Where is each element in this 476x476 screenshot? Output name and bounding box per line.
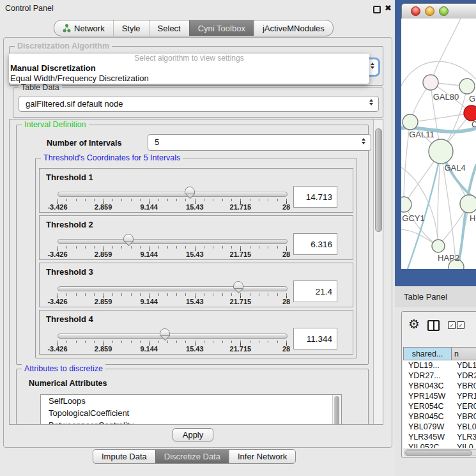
table-cell[interactable]: YIL0 — [452, 442, 473, 448]
panel-scrollbar-thumb[interactable] — [375, 128, 382, 232]
table-row[interactable]: YPR145W YPR1 — [403, 391, 476, 401]
slider-thumb[interactable] — [160, 328, 170, 341]
list-scrollbar-thumb[interactable] — [334, 396, 339, 425]
gear-icon[interactable]: ⚙ — [408, 318, 420, 330]
table-row[interactable]: YBR043C YBR0 — [403, 381, 476, 391]
attribute-list-item[interactable]: SelfLoops — [41, 395, 341, 407]
checkbox-icon[interactable]: ✓ — [448, 321, 456, 329]
column-header-shared[interactable]: shared... — [403, 347, 452, 360]
table-row[interactable]: YLR345W YLR3 — [403, 432, 476, 442]
table-header-row: shared... n — [403, 347, 476, 360]
zoom-traffic-light-icon[interactable] — [439, 6, 449, 16]
threshold-slider-track[interactable] — [58, 286, 288, 291]
combo-stepper-icon[interactable] — [371, 63, 374, 69]
axis-tick-label: 9.144 — [140, 203, 158, 211]
table-cell[interactable]: YBR045C — [403, 411, 452, 422]
threshold-value-field[interactable]: 6.316 — [293, 233, 337, 255]
threshold-value-field[interactable]: 11.344 — [293, 328, 337, 349]
close-icon[interactable]: ✖ — [385, 3, 392, 13]
table-cell[interactable]: YPR145W — [403, 391, 452, 401]
table-cell[interactable]: YDR2 — [452, 371, 476, 381]
table-cell[interactable]: YBR043C — [403, 381, 452, 391]
table-cell[interactable]: YDR27... — [403, 371, 452, 381]
tab-infer-network[interactable]: Infer Network — [229, 450, 295, 463]
table-row[interactable]: YDR27... YDR2 — [403, 371, 476, 381]
threshold-value-field[interactable]: 14.713 — [293, 186, 337, 208]
table-row[interactable]: YER054C YER0 — [403, 401, 476, 411]
apply-button[interactable]: Apply — [173, 428, 213, 441]
axis-tick-label: 2.859 — [95, 250, 112, 258]
table-cell[interactable]: YIL052C — [403, 442, 452, 448]
settings-scroll-viewport: Interval Definition Number of Intervals … — [9, 119, 383, 425]
threshold-value-field[interactable]: 21.4 — [293, 280, 337, 302]
table-cell[interactable]: YER0 — [452, 401, 476, 411]
table-cell[interactable]: YLR3 — [452, 432, 476, 442]
numerical-attributes-list[interactable]: SelfLoopsTopologicalCoefficientBetweenne… — [40, 394, 342, 425]
table-hscrollbar-thumb[interactable] — [405, 450, 472, 456]
slider-thumb[interactable] — [233, 281, 243, 294]
minimize-traffic-light-icon[interactable] — [425, 6, 434, 16]
tab-label: Style — [122, 24, 141, 33]
node-gal80[interactable] — [423, 75, 438, 90]
table-cell[interactable]: YDL19... — [403, 360, 452, 371]
column-header-name[interactable]: n — [452, 347, 476, 360]
dropdown-option-equal-width[interactable]: Equal Width/Frequency Discretization — [9, 73, 369, 84]
list-scrollbar[interactable] — [332, 395, 341, 425]
tab-select[interactable]: Select — [149, 20, 189, 36]
threshold-panel: Threshold 2 -3.4262.8599.14415.4321.7152… — [39, 215, 353, 260]
attribute-list-item[interactable]: TopologicalCoefficient — [41, 407, 341, 419]
node-selected-red[interactable] — [464, 105, 476, 121]
split-panel-icon[interactable] — [427, 320, 440, 331]
tab-style[interactable]: Style — [113, 20, 149, 36]
table-row[interactable]: YBR045C YBR0 — [403, 411, 476, 422]
table-hscrollbar[interactable] — [404, 449, 476, 456]
tab-network[interactable]: Network — [54, 20, 113, 36]
spinner-stepper-icon[interactable] — [362, 138, 365, 144]
node-gcy1[interactable] — [401, 197, 411, 212]
tab-cyni-toolbox[interactable]: Cyni Toolbox — [189, 20, 254, 36]
slider-thumb[interactable] — [185, 187, 195, 199]
table-cell[interactable]: YBL079W — [403, 422, 452, 432]
slider-thumb[interactable] — [123, 234, 134, 247]
table-cell[interactable]: YBL0 — [452, 422, 476, 432]
table-row[interactable]: YBL079W YBL0 — [403, 422, 476, 432]
node-gal4[interactable] — [429, 139, 453, 164]
attribute-list-item[interactable]: BetweennessCentrality — [41, 419, 341, 425]
table-rows: YDL19... YDL1 YDR27... YDR2 YBR043C YBR0… — [403, 360, 476, 448]
axis-tick-label: 9.144 — [140, 250, 158, 258]
axis-tick-label: 2.859 — [95, 345, 112, 353]
axis-tick-label: 21.715 — [230, 345, 252, 353]
checkbox-icon[interactable]: ✓ — [457, 321, 464, 329]
network-window-titlebar[interactable] — [401, 3, 476, 19]
node-gal11[interactable] — [403, 114, 418, 130]
table-cell[interactable]: YBR0 — [452, 381, 476, 391]
node-h[interactable] — [460, 195, 476, 213]
tab-jactivemnodules[interactable]: jActiveMNodules — [254, 20, 333, 36]
float-window-icon[interactable] — [373, 6, 381, 13]
num-intervals-spinner[interactable]: 5 — [148, 134, 371, 151]
table-cell[interactable]: YBR0 — [452, 411, 476, 422]
node-unlabeled[interactable] — [459, 79, 475, 94]
threshold-slider-track[interactable] — [58, 334, 288, 339]
threshold-slider-track[interactable] — [58, 192, 288, 197]
dropdown-option-manual[interactable]: Manual Discretization — [9, 63, 369, 73]
table-row[interactable]: YDL19... YDL1 — [403, 360, 476, 371]
table-cell[interactable]: YER054C — [403, 401, 452, 411]
table-row[interactable]: YIL052C YIL0 — [403, 442, 476, 448]
combo-stepper-icon[interactable] — [369, 99, 373, 105]
tab-label: Discretize Data — [164, 452, 220, 461]
table-data-combobox[interactable]: galFiltered.sif default node — [19, 96, 379, 112]
threshold-slider-track[interactable] — [58, 239, 288, 244]
panel-scrollbar[interactable] — [373, 119, 383, 424]
tab-label: Network — [74, 24, 105, 33]
tab-impute-data[interactable]: Impute Data — [93, 450, 155, 463]
table-cell[interactable]: YDL1 — [452, 360, 476, 371]
network-canvas[interactable]: GAL80 G C GAL11 GAL4 GCY1 H HAP2 — [401, 19, 476, 269]
axis-tick-label: 21.715 — [230, 298, 252, 305]
node-hap2[interactable] — [432, 240, 445, 252]
interval-definition-title: Interval Definition — [22, 120, 89, 129]
tab-discretize-data[interactable]: Discretize Data — [155, 450, 229, 463]
table-cell[interactable]: YPR1 — [452, 391, 476, 401]
table-cell[interactable]: YLR345W — [403, 432, 452, 442]
close-traffic-light-icon[interactable] — [411, 6, 420, 16]
